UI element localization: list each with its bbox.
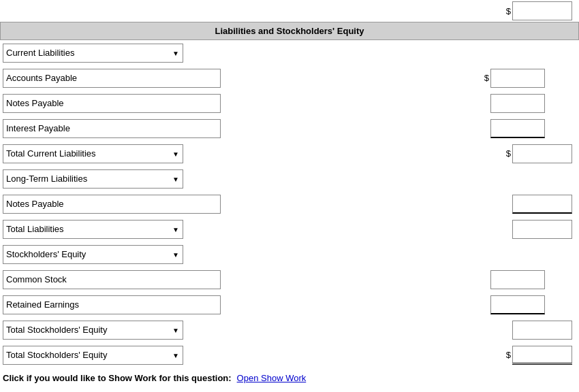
retained-earnings-amount[interactable] — [490, 295, 545, 314]
long-term-liabilities-select[interactable]: Long-Term Liabilities — [3, 169, 183, 189]
right-cell-total-current-liabilities: $ — [443, 144, 579, 163]
notes-payable-current-label-input[interactable] — [3, 94, 221, 113]
label-cell-long-term-liabilities: Long-Term Liabilities — [0, 168, 225, 190]
select-wrapper-total-liabilities[interactable]: Total Liabilities — [3, 220, 183, 239]
notes-payable-current-amount[interactable] — [490, 94, 545, 113]
total-stockholders-equity-2-dollar: $ — [506, 350, 511, 360]
open-show-work-link[interactable]: Open Show Work — [237, 373, 307, 383]
mid-cell-interest-payable — [436, 119, 572, 138]
section-header: Liabilities and Stockholders' Equity — [0, 22, 579, 40]
label-cell-common-stock — [0, 269, 225, 291]
right-cell-total-liabilities — [443, 220, 579, 239]
label-cell-stockholders-equity: Stockholders' Equity — [0, 244, 225, 265]
select-wrapper-total-current-liabilities[interactable]: Total Current Liabilities — [3, 144, 183, 163]
top-dollar-sign: $ — [506, 6, 511, 16]
rows-container: Current Liabilities $ — [0, 40, 579, 368]
total-current-liabilities-amount[interactable] — [512, 144, 572, 163]
accounts-payable-amount[interactable] — [490, 69, 545, 88]
top-amount-input[interactable] — [512, 1, 572, 20]
interest-payable-label-input[interactable] — [3, 119, 221, 138]
label-cell-total-stockholders-equity-2: Total Stockholders' Equity — [0, 344, 225, 366]
row-stockholders-equity: Stockholders' Equity — [0, 242, 579, 267]
right-cell-total-stockholders-equity-1 — [443, 321, 579, 340]
select-wrapper-long-term-liabilities[interactable]: Long-Term Liabilities — [3, 169, 183, 189]
select-wrapper-total-stockholders-equity-2[interactable]: Total Stockholders' Equity — [3, 346, 183, 365]
row-common-stock — [0, 267, 579, 292]
row-interest-payable — [0, 116, 579, 141]
common-stock-label-input[interactable] — [3, 270, 221, 289]
current-liabilities-select[interactable]: Current Liabilities — [3, 44, 183, 63]
label-cell-retained-earnings — [0, 294, 225, 316]
row-current-liabilities: Current Liabilities — [0, 40, 579, 65]
label-cell-interest-payable — [0, 118, 225, 140]
total-stockholders-equity-1-amount[interactable] — [512, 321, 572, 340]
row-total-stockholders-equity-2: Total Stockholders' Equity $ — [0, 342, 579, 368]
mid-cell-notes-payable-current — [436, 94, 572, 113]
total-liabilities-select[interactable]: Total Liabilities — [3, 220, 183, 239]
interest-payable-amount[interactable] — [490, 119, 545, 138]
total-current-liabilities-select[interactable]: Total Current Liabilities — [3, 144, 183, 163]
mid-cell-accounts-payable: $ — [436, 69, 572, 88]
stockholders-equity-select[interactable]: Stockholders' Equity — [3, 245, 183, 264]
total-stockholders-equity-1-select[interactable]: Total Stockholders' Equity — [3, 321, 183, 340]
label-cell-notes-payable-current — [0, 93, 225, 114]
accounts-payable-label-input[interactable] — [3, 69, 221, 88]
mid-cell-retained-earnings — [436, 295, 572, 314]
total-current-liabilities-dollar: $ — [506, 148, 511, 159]
label-cell-total-liabilities: Total Liabilities — [0, 218, 225, 240]
show-work-label: Click if you would like to Show Work for… — [3, 373, 232, 383]
row-total-liabilities: Total Liabilities — [0, 216, 579, 242]
select-wrapper-total-stockholders-equity-1[interactable]: Total Stockholders' Equity — [3, 321, 183, 340]
top-row: $ — [0, 0, 579, 22]
total-stockholders-equity-2-select[interactable]: Total Stockholders' Equity — [3, 346, 183, 365]
accounts-payable-dollar: $ — [484, 73, 489, 83]
label-cell-notes-payable-long — [0, 193, 225, 215]
row-notes-payable-current — [0, 91, 579, 116]
row-long-term-liabilities: Long-Term Liabilities — [0, 166, 579, 191]
select-wrapper-stockholders-equity[interactable]: Stockholders' Equity — [3, 245, 183, 264]
common-stock-amount[interactable] — [490, 270, 545, 289]
section-header-title: Liabilities and Stockholders' Equity — [215, 26, 364, 36]
row-total-current-liabilities: Total Current Liabilities $ — [0, 141, 579, 166]
row-notes-payable-long — [0, 191, 579, 216]
label-cell-total-current-liabilities: Total Current Liabilities — [0, 143, 225, 165]
row-accounts-payable: $ — [0, 65, 579, 91]
right-cell-total-stockholders-equity-2: $ — [443, 346, 579, 365]
label-cell-accounts-payable — [0, 67, 225, 89]
row-total-stockholders-equity-1: Total Stockholders' Equity — [0, 317, 579, 342]
select-wrapper-current-liabilities[interactable]: Current Liabilities — [3, 44, 183, 63]
label-cell-total-stockholders-equity-1: Total Stockholders' Equity — [0, 319, 225, 341]
notes-payable-long-amount[interactable] — [512, 195, 572, 214]
mid-cell-common-stock — [436, 270, 572, 289]
row-retained-earnings — [0, 292, 579, 317]
right-cell-notes-payable-long — [443, 195, 579, 214]
total-stockholders-equity-2-amount[interactable] — [512, 346, 572, 365]
top-amount-cell: $ — [443, 1, 579, 20]
retained-earnings-label-input[interactable] — [3, 295, 221, 314]
notes-payable-long-label-input[interactable] — [3, 195, 221, 214]
total-liabilities-amount[interactable] — [512, 220, 572, 239]
show-work-row: Click if you would like to Show Work for… — [0, 368, 579, 389]
label-cell-current-liabilities: Current Liabilities — [0, 42, 225, 64]
